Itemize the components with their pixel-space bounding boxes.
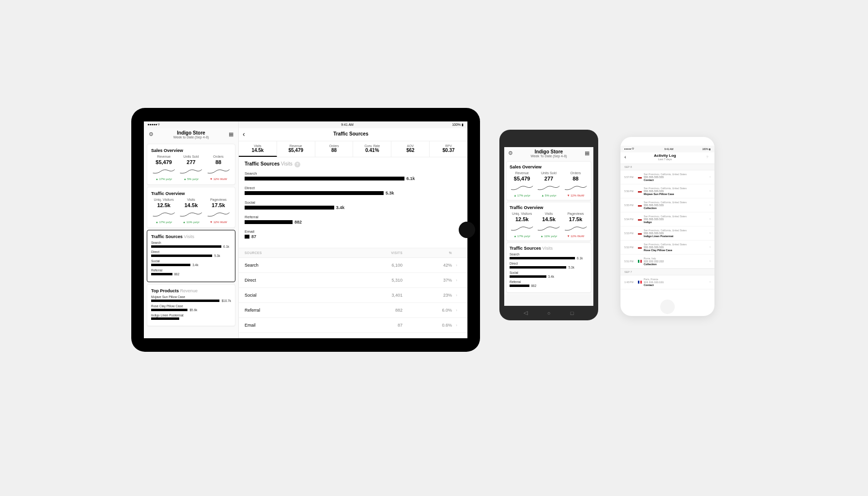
traffic-overview-card[interactable]: Traffic Overview Uniq. Visitors 12.5k ▲ … (506, 202, 591, 241)
page-title: Traffic Sources (245, 131, 457, 136)
chevron-right-icon: › (456, 263, 462, 268)
iphone-screen: ᯤ 9:41 AM 100% ▮ ‹ Activity Log Last 7 d… (620, 146, 714, 303)
log-row[interactable]: 5:56 PM San Francisco, California, Unite… (620, 184, 714, 198)
bar-row: Social 3.4k (510, 271, 588, 278)
bar-row: Email 87 (245, 229, 462, 239)
android-device: ⚙ Indigo Store Week To Date (Sep 4-8) ▦ … (499, 130, 598, 320)
log-row[interactable]: 5:54 PM San Francisco, California, Unite… (620, 212, 714, 226)
calendar-icon[interactable]: ▦ (584, 150, 590, 157)
store-title: Indigo Store (514, 149, 584, 154)
date-separator: SEP 8 (620, 164, 714, 170)
tab-visits[interactable]: Visits14.5k (239, 141, 277, 157)
flag-icon (638, 232, 642, 235)
card-title: Traffic Overview (151, 191, 231, 196)
period-label: Week To Date (Sep 4-8) (514, 154, 584, 158)
card-title: Traffic Sources Visits (151, 234, 231, 239)
ipad-screen: ᯤ ⚙ Indigo Store Week to Date (Sep 4-8) … (144, 121, 467, 338)
metric: Visits 14.5k ▲ 11% yo/yr (536, 212, 561, 238)
main-panel: 9:41 AM 100% ▮ ‹ Traffic Sources Visits1… (239, 121, 467, 338)
table-row[interactable]: Email 87 0.6% › (239, 318, 467, 333)
help-icon[interactable]: ? (704, 153, 711, 160)
sales-overview-card[interactable]: Sales Overview Revenue $5,479 ▲ 17% yo/y… (147, 144, 235, 185)
sales-overview-card[interactable]: Sales Overview Revenue $5,479 ▲ 17% yo/y… (506, 161, 591, 200)
metric: Uniq. Visitors 12.5k ▲ 17% yo/yr (510, 212, 534, 238)
card-title: Sales Overview (151, 148, 231, 153)
chevron-right-icon: › (710, 175, 711, 179)
traffic-sources-card[interactable]: Traffic Sources Visits Search 6.1k Direc… (147, 230, 235, 282)
top-products-card[interactable]: Top Products Revenue Mojave Sun Pillow C… (147, 284, 235, 326)
chevron-right-icon: › (710, 189, 711, 193)
home-icon[interactable]: ○ (545, 310, 552, 316)
tab-aov[interactable]: AOV$62 (391, 141, 430, 157)
flag-icon (638, 218, 642, 221)
table-header: SOURCES VISITS % (239, 248, 467, 258)
log-row[interactable]: 1:43 PM Paris, France 111.111.111.111 Co… (620, 275, 714, 289)
page-title: Activity Log (626, 153, 704, 158)
sidebar: ᯤ ⚙ Indigo Store Week to Date (Sep 4-8) … (144, 121, 239, 338)
info-badge[interactable]: ? (294, 162, 300, 167)
metric: Revenue $5,479 ▲ 17% yo/yr (151, 155, 176, 180)
log-row[interactable]: 5:52 PM San Francisco, California, Unite… (620, 240, 714, 255)
recents-icon[interactable]: □ (569, 310, 575, 316)
status-battery: 100% ▮ (452, 123, 464, 127)
home-button[interactable] (459, 222, 475, 238)
flag-icon (638, 176, 642, 179)
chevron-right-icon: › (710, 259, 711, 263)
table-row[interactable]: Direct 5,310 37% › (239, 273, 467, 288)
status-bar: ᯤ (144, 121, 238, 128)
chevron-right-icon: › (710, 245, 711, 249)
log-row[interactable]: 5:53 PM San Francisco, California, Unite… (620, 226, 714, 240)
status-bar: ᯤ 9:41 AM 100% ▮ (620, 146, 714, 152)
log-row[interactable]: 5:51 PM Rome, Italy 222.222.222.222 Coll… (620, 255, 714, 269)
chevron-right-icon: › (710, 203, 711, 207)
metric: Orders 88 ▼ 12% WoW (206, 155, 231, 180)
bar-row: Social 3.4k (245, 200, 462, 210)
traffic-overview-card[interactable]: Traffic Overview Uniq. Visitors 12.5k ▲ … (147, 187, 235, 228)
bar-row: Rose Clay Pillow Case $5.6k (151, 304, 231, 312)
flag-icon (638, 281, 642, 284)
bar-row: Search 6.1k (151, 241, 231, 248)
card-title: Top Products Revenue (151, 288, 231, 293)
log-row[interactable]: 5:57 PM San Francisco, California, Unite… (620, 170, 714, 184)
chevron-right-icon: › (456, 293, 462, 298)
flag-icon (638, 204, 642, 207)
tab-rpv[interactable]: RPV$0.37 (430, 141, 467, 157)
table-row[interactable]: Social 3,401 23% › (239, 288, 467, 303)
bar-row: Referral 882 (510, 280, 588, 287)
metric: Pageviews 17.5k ▼ 12% WoW (563, 212, 588, 238)
tab-orders[interactable]: Orders88 (315, 141, 354, 157)
tab-convrate[interactable]: Conv. Rate0.41% (353, 141, 391, 157)
status-bar: 9:41 AM 100% ▮ (239, 121, 467, 128)
back-icon[interactable]: ◁ (522, 310, 529, 316)
table-row[interactable]: Referral 882 6.0% › (239, 303, 467, 318)
bar-row: Direct 5.3k (510, 262, 588, 269)
chevron-right-icon: › (710, 280, 711, 284)
flag-icon (638, 260, 642, 263)
iphone-device: ᯤ 9:41 AM 100% ▮ ‹ Activity Log Last 7 d… (620, 137, 714, 316)
gear-icon[interactable]: ⚙ (148, 131, 155, 138)
bar-row: Search 6.1k (245, 171, 462, 181)
flag-icon (638, 246, 642, 249)
chevron-right-icon: › (710, 217, 711, 221)
section-title: Traffic Sources Visits? (245, 161, 462, 167)
metric: Visits 14.5k ▲ 11% yo/yr (178, 198, 203, 224)
chevron-right-icon: › (456, 308, 462, 313)
chevron-right-icon: › (456, 323, 462, 328)
bar-row: Referral 882 (245, 215, 462, 225)
metric: Units Sold 277 ▲ 5% yo/yr (536, 171, 561, 197)
table-row[interactable]: Search 6,100 42% › (239, 258, 467, 273)
metric: Uniq. Visitors 12.5k ▲ 17% yo/yr (151, 198, 176, 224)
calendar-icon[interactable]: ▦ (228, 131, 234, 138)
flag-icon (638, 190, 642, 193)
chevron-right-icon: › (456, 278, 462, 283)
tab-revenue[interactable]: Revenue$5,479 (277, 141, 315, 157)
gear-icon[interactable]: ⚙ (507, 150, 514, 157)
traffic-sources-card[interactable]: Traffic Sources Visits Search 6.1k Direc… (506, 242, 591, 293)
log-row[interactable]: 5:55 PM San Francisco, California, Unite… (620, 198, 714, 212)
bar-row: Referral 882 (151, 269, 231, 276)
android-screen: ⚙ Indigo Store Week To Date (Sep 4-8) ▦ … (504, 147, 593, 306)
page-subtitle: Last 7 days (626, 158, 704, 161)
home-button[interactable] (660, 300, 675, 314)
ipad-device: ᯤ ⚙ Indigo Store Week to Date (Sep 4-8) … (131, 108, 480, 352)
metric: Orders 88 ▼ 12% WoW (563, 171, 588, 197)
